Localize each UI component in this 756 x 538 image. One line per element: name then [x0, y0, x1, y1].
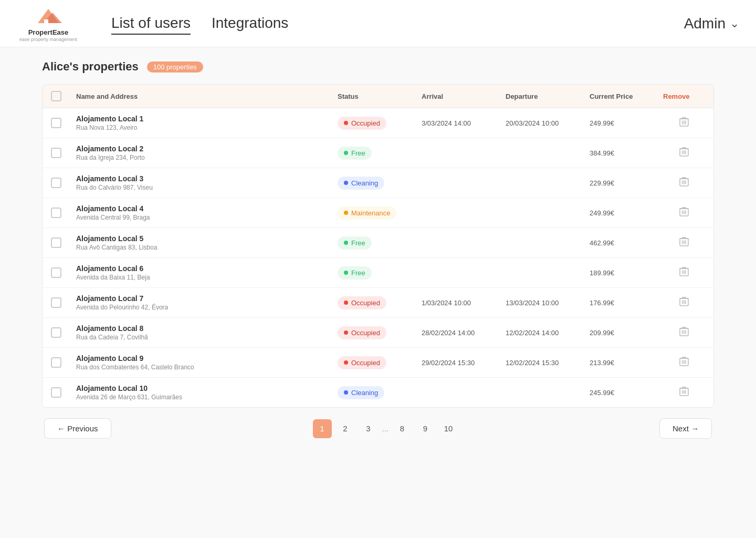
delete-button[interactable]	[663, 117, 705, 130]
property-name: Alojamento Local 4	[76, 204, 338, 213]
table-row: Alojamento Local 2 Rua da Igreja 234, Po…	[43, 138, 713, 168]
property-name: Alojamento Local 9	[76, 354, 338, 363]
main-content: Alice's properties 100 properties Name a…	[0, 47, 756, 451]
row-price: 229.99€	[590, 179, 663, 187]
delete-button[interactable]	[663, 147, 705, 160]
status-dot	[344, 390, 348, 395]
property-name: Alojamento Local 8	[76, 324, 338, 333]
status-badge: Maintenance	[338, 206, 396, 220]
delete-button[interactable]	[663, 356, 705, 369]
row-status: Occupied	[338, 117, 422, 130]
select-all-checkbox[interactable]	[51, 91, 61, 101]
row-property: Alojamento Local 1 Rua Nova 123, Aveiro	[76, 115, 338, 131]
table-row: Alojamento Local 5 Rua Avô Cantigas 83, …	[43, 228, 713, 258]
delete-button[interactable]	[663, 206, 705, 220]
row-departure: 12/02/2024 15:30	[506, 359, 590, 367]
page-number-9[interactable]: 9	[416, 419, 435, 438]
col-departure: Departure	[506, 92, 590, 100]
table-row: Alojamento Local 10 Avenida 26 de Março …	[43, 378, 713, 407]
page-number-2[interactable]: 2	[336, 419, 355, 438]
property-address: Avenida 26 de Março 631, Guimarães	[76, 394, 338, 401]
status-badge: Occupied	[338, 326, 386, 339]
delete-button[interactable]	[663, 177, 705, 190]
chevron-down-icon: ⌄	[730, 17, 739, 30]
table-body: Alojamento Local 1 Rua Nova 123, Aveiro …	[43, 108, 713, 407]
nav-list-users[interactable]: List of users	[111, 13, 191, 35]
row-status: Free	[338, 236, 422, 250]
property-address: Rua dos Combatentes 64, Castelo Branco	[76, 364, 338, 371]
admin-menu[interactable]: Admin ⌄	[684, 15, 739, 32]
logo[interactable]: PropertEase ease property management	[17, 5, 80, 42]
delete-button[interactable]	[663, 296, 705, 309]
status-dot	[344, 330, 348, 335]
row-status: Maintenance	[338, 206, 422, 220]
header: PropertEase ease property management Lis…	[0, 0, 756, 47]
property-address: Avenida Central 99, Braga	[76, 214, 338, 221]
delete-button[interactable]	[663, 326, 705, 339]
prev-button[interactable]: ← Previous	[44, 418, 111, 439]
row-status: Free	[338, 147, 422, 160]
table-row: Alojamento Local 1 Rua Nova 123, Aveiro …	[43, 108, 713, 138]
nav-integrations[interactable]: Integrations	[212, 13, 288, 35]
row-price: 245.99€	[590, 389, 663, 397]
row-checkbox[interactable]	[51, 357, 76, 368]
page-number-3[interactable]: 3	[359, 419, 378, 438]
property-address: Avenida do Pelourinho 42, Évora	[76, 304, 338, 311]
row-price: 213.99€	[590, 359, 663, 367]
table-row: Alojamento Local 6 Avenida da Baixa 11, …	[43, 258, 713, 288]
row-checkbox[interactable]	[51, 118, 76, 128]
row-arrival: 3/03/2024 14:00	[422, 119, 506, 127]
status-badge: Free	[338, 236, 372, 250]
col-name: Name and Address	[76, 92, 338, 100]
row-price: 384.99€	[590, 149, 663, 157]
pagination: ← Previous 123...8910 Next →	[42, 418, 714, 439]
table-row: Alojamento Local 4 Avenida Central 99, B…	[43, 198, 713, 228]
status-badge: Free	[338, 147, 372, 160]
property-name: Alojamento Local 10	[76, 384, 338, 392]
property-address: Rua da Cadeia 7, Covilhã	[76, 334, 338, 341]
row-property: Alojamento Local 7 Avenida do Pelourinho…	[76, 294, 338, 311]
row-checkbox[interactable]	[51, 208, 76, 218]
status-badge: Occupied	[338, 296, 386, 309]
col-remove: Remove	[663, 92, 705, 100]
property-address: Rua da Igreja 234, Porto	[76, 154, 338, 161]
svg-rect-2	[44, 19, 48, 25]
row-checkbox[interactable]	[51, 148, 76, 158]
row-arrival: 1/03/2024 10:00	[422, 299, 506, 307]
row-property: Alojamento Local 8 Rua da Cadeia 7, Covi…	[76, 324, 338, 341]
table-row: Alojamento Local 3 Rua do Calvário 987, …	[43, 168, 713, 198]
page-numbers: 123...8910	[313, 419, 458, 438]
logo-icon	[33, 5, 64, 28]
row-property: Alojamento Local 3 Rua do Calvário 987, …	[76, 174, 338, 191]
row-checkbox[interactable]	[51, 297, 76, 308]
status-dot	[344, 241, 348, 245]
property-address: Rua do Calvário 987, Viseu	[76, 184, 338, 191]
delete-button[interactable]	[663, 266, 705, 280]
status-badge: Free	[338, 266, 372, 280]
col-price: Current Price	[590, 92, 663, 100]
table-header: Name and Address Status Arrival Departur…	[43, 85, 713, 108]
page-number-1[interactable]: 1	[313, 419, 332, 438]
status-badge: Occupied	[338, 117, 386, 130]
logo-text: PropertEase	[28, 28, 69, 37]
properties-count-badge: 100 properties	[147, 61, 203, 73]
row-checkbox[interactable]	[51, 267, 76, 278]
page-ellipsis: ...	[382, 424, 389, 433]
page-number-10[interactable]: 10	[439, 419, 458, 438]
page-number-8[interactable]: 8	[393, 419, 412, 438]
delete-button[interactable]	[663, 386, 705, 399]
row-property: Alojamento Local 6 Avenida da Baixa 11, …	[76, 264, 338, 281]
row-price: 249.99€	[590, 119, 663, 127]
row-status: Occupied	[338, 356, 422, 369]
row-price: 249.99€	[590, 209, 663, 217]
row-checkbox[interactable]	[51, 327, 76, 338]
row-checkbox[interactable]	[51, 387, 76, 398]
property-address: Avenida da Baixa 11, Beja	[76, 274, 338, 281]
logo-sub: ease property management	[19, 37, 77, 42]
row-checkbox[interactable]	[51, 237, 76, 248]
next-button[interactable]: Next →	[659, 418, 712, 439]
delete-button[interactable]	[663, 236, 705, 250]
status-badge: Cleaning	[338, 386, 384, 399]
status-dot	[344, 211, 348, 215]
row-checkbox[interactable]	[51, 178, 76, 188]
